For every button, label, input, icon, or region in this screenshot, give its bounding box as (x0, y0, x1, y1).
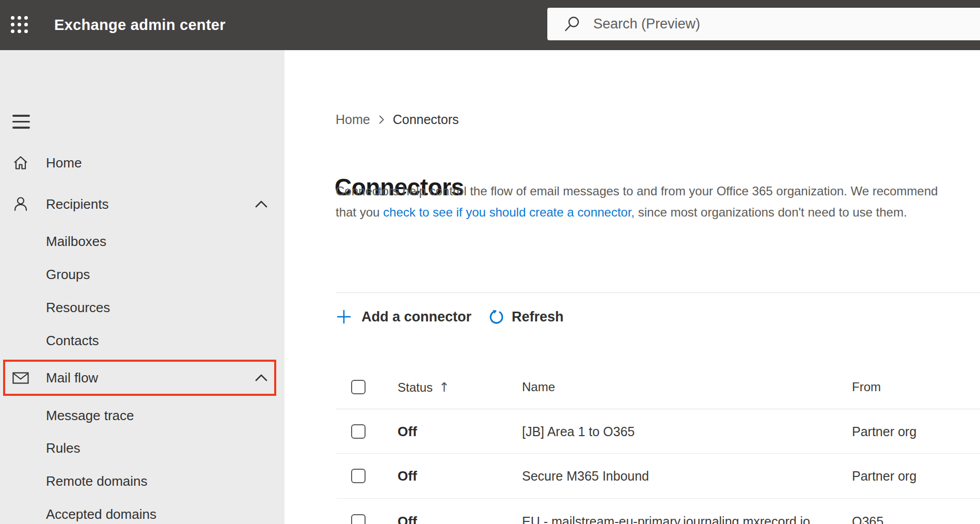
sidebar-item-contacts[interactable]: Contacts (0, 324, 284, 357)
app-title: Exchange admin center (54, 0, 226, 50)
cell-status: Off (398, 468, 417, 484)
hamburger-menu-icon[interactable] (12, 115, 30, 128)
column-header-name[interactable]: Name (522, 380, 555, 394)
cell-from: Partner org (852, 469, 916, 484)
breadcrumb-home[interactable]: Home (336, 112, 370, 127)
sidebar-item-recipients[interactable]: Recipients (0, 188, 284, 221)
table-row[interactable]: Off EU - mailstream-eu-primary.journalin… (336, 499, 980, 524)
cell-status: Off (398, 513, 417, 524)
sidebar-item-label: Accepted domains (46, 506, 156, 522)
toolbar-divider (336, 292, 980, 293)
row-checkbox[interactable] (351, 424, 366, 439)
search-placeholder: Search (Preview) (593, 16, 700, 32)
add-connector-button[interactable]: Add a connector (336, 304, 471, 330)
cell-name: Secure M365 Inbound (522, 469, 649, 484)
column-header-status-label: Status (398, 380, 433, 394)
table-row[interactable]: Off [JB] Area 1 to O365 Partner org (336, 409, 980, 454)
sidebar-item-label: Recipients (46, 196, 108, 212)
sidebar-item-label: Message trace (46, 408, 134, 424)
column-header-status[interactable]: Status ↑ (398, 380, 450, 395)
sidebar-item-message-trace[interactable]: Message trace (0, 399, 284, 432)
plus-icon (336, 309, 352, 325)
description-text-after: since most organizations don't need to u… (635, 205, 907, 219)
sidebar-item-home[interactable]: Home (0, 146, 284, 179)
refresh-button[interactable]: Refresh (488, 304, 564, 330)
cell-name: [JB] Area 1 to O365 (522, 424, 635, 439)
sort-ascending-icon: ↑ (439, 380, 450, 395)
sidebar-item-resources[interactable]: Resources (0, 291, 284, 324)
cell-name: EU - mailstream-eu-primary.journaling.mx… (522, 514, 810, 524)
row-checkbox[interactable] (351, 469, 366, 483)
top-bar: Exchange admin center Search (Preview) (0, 0, 980, 50)
breadcrumb: Home Connectors (336, 112, 459, 127)
row-checkbox[interactable] (351, 514, 366, 524)
breadcrumb-chevron-icon (379, 115, 384, 124)
app-launcher-icon[interactable] (11, 16, 28, 34)
sidebar-item-label: Home (46, 155, 82, 171)
add-connector-label: Add a connector (361, 309, 471, 325)
select-all-checkbox[interactable] (351, 380, 366, 394)
check-connector-link[interactable]: check to see if you should create a conn… (383, 205, 635, 219)
column-header-from[interactable]: From (852, 380, 881, 394)
main-content: Home Connectors Connectors Connectors he… (284, 50, 980, 524)
sidebar-item-groups[interactable]: Groups (0, 258, 284, 291)
cell-from: Partner org (852, 424, 916, 439)
sidebar-item-label: Groups (46, 267, 90, 283)
refresh-icon (488, 309, 505, 326)
sidebar-item-rules[interactable]: Rules (0, 431, 284, 465)
sidebar-item-remote-domains[interactable]: Remote domains (0, 465, 284, 498)
search-icon (564, 16, 580, 32)
sidebar-item-label: Rules (46, 440, 80, 456)
annotation-box-mail-flow (3, 360, 276, 396)
sidebar: Home Recipients Mailboxes Groups Resourc… (0, 50, 284, 524)
home-icon (12, 154, 29, 172)
refresh-label: Refresh (512, 309, 564, 325)
sidebar-item-label: Mailboxes (46, 234, 106, 250)
sidebar-item-label: Resources (46, 300, 110, 316)
page-description: Connectors help control the flow of emai… (336, 180, 955, 223)
sidebar-item-label: Contacts (46, 333, 99, 349)
cell-from: O365 (852, 514, 883, 524)
table-row[interactable]: Off Secure M365 Inbound Partner org (336, 454, 980, 499)
breadcrumb-current: Connectors (393, 112, 459, 127)
search-input[interactable]: Search (Preview) (547, 8, 980, 40)
sidebar-item-mailboxes[interactable]: Mailboxes (0, 225, 284, 258)
cell-status: Off (398, 423, 417, 439)
person-icon (12, 195, 29, 213)
sidebar-item-accepted-domains[interactable]: Accepted domains (0, 498, 284, 524)
sidebar-item-label: Remote domains (46, 473, 148, 489)
chevron-up-icon[interactable] (255, 201, 267, 208)
table-header: Status ↑ Name From (336, 365, 980, 409)
